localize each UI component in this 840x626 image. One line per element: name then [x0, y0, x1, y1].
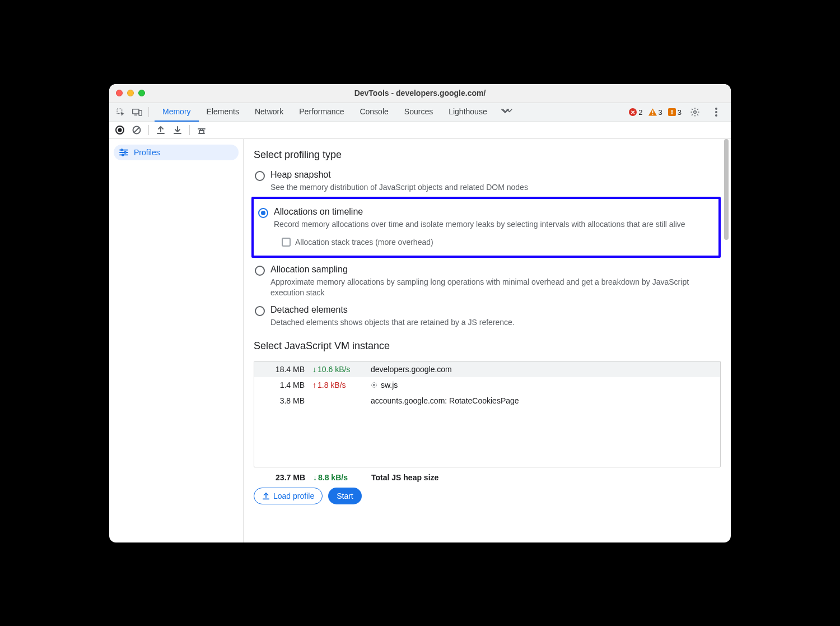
option-body: Allocations on timeline Record memory al… — [274, 207, 714, 247]
svg-point-11 — [715, 111, 717, 113]
svg-point-21 — [124, 151, 126, 153]
sidebar-item-profiles[interactable]: Profiles — [114, 145, 239, 160]
vm-size: 18.4 MB — [260, 365, 305, 374]
arrow-down-icon: ↓ — [313, 473, 317, 482]
kebab-menu-icon[interactable] — [708, 104, 724, 120]
error-icon: ✕ — [629, 108, 637, 116]
record-button[interactable] — [113, 123, 127, 137]
settings-icon[interactable] — [687, 104, 703, 120]
option-allocations-timeline[interactable]: Allocations on timeline Record memory al… — [257, 203, 715, 250]
warnings-count: 3 — [659, 108, 662, 117]
scrollbar[interactable] — [723, 139, 730, 542]
svg-line-16 — [134, 128, 139, 133]
issue-icon — [668, 108, 676, 116]
vm-row[interactable]: 18.4 MB ↓10.6 kB/s developers.google.com — [254, 361, 720, 377]
vm-name: developers.google.com — [371, 365, 715, 374]
tab-sources[interactable]: Sources — [396, 103, 441, 122]
window-title: DevTools - developers.google.com/ — [109, 89, 731, 98]
svg-rect-7 — [671, 110, 673, 113]
issues-count: 3 — [678, 108, 682, 117]
errors-badge[interactable]: ✕ 2 — [629, 108, 642, 117]
checkbox-label: Allocation stack traces (more overhead) — [295, 238, 433, 247]
svg-rect-1 — [133, 109, 139, 114]
tab-network[interactable]: Network — [247, 103, 291, 122]
svg-rect-8 — [671, 113, 673, 114]
tab-performance[interactable]: Performance — [291, 103, 352, 122]
separator — [189, 125, 190, 135]
vm-name-text: developers.google.com — [371, 365, 452, 374]
option-detached-elements[interactable]: Detached elements Detached elements show… — [254, 302, 721, 331]
load-profile-button[interactable]: Load profile — [254, 488, 323, 504]
start-button[interactable]: Start — [328, 488, 362, 504]
vm-size: 1.4 MB — [260, 381, 305, 389]
warning-icon — [648, 108, 657, 116]
svg-rect-5 — [652, 114, 653, 115]
tab-elements[interactable]: Elements — [199, 103, 247, 122]
svg-rect-4 — [652, 110, 653, 113]
option-desc: Approximate memory allocations by sampli… — [270, 277, 720, 298]
total-heap-row: 23.7 MB ↓8.8 kB/s Total JS heap size — [254, 467, 721, 482]
sidebar-item-label: Profiles — [134, 148, 160, 157]
import-button[interactable] — [170, 123, 185, 137]
option-heap-snapshot[interactable]: Heap snapshot See the memory distributio… — [254, 166, 721, 196]
tab-memory[interactable]: Memory — [155, 103, 199, 122]
vm-name: sw.js — [371, 381, 715, 389]
vm-size: 3.8 MB — [260, 396, 305, 405]
scrollbar-thumb[interactable] — [724, 139, 729, 240]
total-label: Total JS heap size — [371, 473, 438, 482]
total-rate: ↓8.8 kB/s — [313, 473, 363, 482]
vm-rate: ↓10.6 kB/s — [312, 365, 363, 374]
tab-label: Network — [255, 107, 283, 116]
separator — [148, 125, 149, 135]
option-desc: Detached elements shows objects that are… — [270, 317, 720, 328]
export-button[interactable] — [153, 123, 168, 137]
more-tabs-chevrons-icon[interactable] — [500, 103, 515, 119]
memory-panel-body: Profiles Select profiling type Heap snap… — [109, 139, 731, 542]
radio-heap-snapshot[interactable] — [255, 171, 265, 181]
vm-rate: ↑1.8 kB/s — [312, 381, 363, 389]
radio-detached-elements[interactable] — [255, 306, 265, 316]
memory-toolbar — [109, 122, 731, 139]
tab-label: Sources — [404, 107, 433, 116]
tab-console[interactable]: Console — [352, 103, 396, 122]
option-allocation-sampling[interactable]: Allocation sampling Approximate memory a… — [254, 261, 721, 302]
option-desc: Record memory allocations over time and … — [274, 219, 714, 230]
tab-lighthouse[interactable]: Lighthouse — [441, 103, 495, 122]
inspect-icon[interactable] — [113, 104, 128, 120]
service-worker-gear-icon — [371, 382, 377, 388]
device-toggle-icon[interactable] — [129, 104, 145, 120]
upload-icon — [262, 492, 270, 500]
total-rate-value: 8.8 kB/s — [318, 473, 348, 482]
vm-row[interactable]: 3.8 MB accounts.google.com: RotateCookie… — [254, 393, 720, 409]
highlight-allocations-timeline: Allocations on timeline Record memory al… — [251, 197, 721, 258]
svg-point-9 — [694, 111, 697, 114]
issues-badge[interactable]: 3 — [668, 108, 682, 117]
svg-point-14 — [118, 128, 122, 132]
warnings-badge[interactable]: 3 — [648, 108, 662, 117]
main-pane: Select profiling type Heap snapshot See … — [244, 139, 731, 542]
titlebar: DevTools - developers.google.com/ — [109, 84, 731, 103]
tab-label: Performance — [299, 107, 344, 116]
vm-name-text: accounts.google.com: RotateCookiesPage — [371, 396, 519, 405]
option-body: Heap snapshot See the memory distributio… — [270, 170, 720, 193]
tab-label: Lighthouse — [449, 107, 487, 116]
svg-point-10 — [715, 108, 717, 110]
option-title: Allocations on timeline — [274, 207, 714, 217]
radio-allocations-timeline[interactable] — [258, 208, 268, 218]
clear-button[interactable] — [129, 123, 144, 137]
option-body: Detached elements Detached elements show… — [270, 305, 720, 328]
option-title: Detached elements — [270, 305, 720, 315]
vm-row[interactable]: 1.4 MB ↑1.8 kB/s sw.js — [254, 377, 720, 393]
collect-garbage-button[interactable] — [194, 123, 209, 137]
svg-point-20 — [121, 149, 123, 151]
svg-point-23 — [374, 384, 375, 386]
option-title: Heap snapshot — [270, 170, 720, 180]
checkbox-stack-traces[interactable] — [282, 238, 291, 247]
filter-icon — [119, 149, 128, 156]
start-label: Start — [337, 491, 353, 500]
sub-option-stack-traces[interactable]: Allocation stack traces (more overhead) — [282, 238, 714, 247]
vm-rate-value: 10.6 kB/s — [318, 365, 350, 374]
section-title-vm-instance: Select JavaScript VM instance — [254, 340, 721, 352]
vm-rate-value: 1.8 kB/s — [318, 381, 346, 389]
radio-allocation-sampling[interactable] — [255, 266, 265, 276]
